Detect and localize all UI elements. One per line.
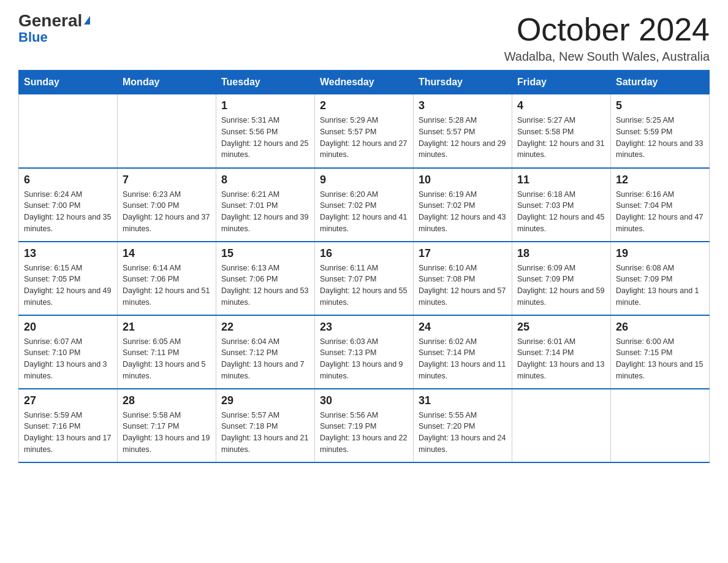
day-info: Sunrise: 6:18 AMSunset: 7:03 PMDaylight:… bbox=[517, 189, 605, 235]
calendar-cell: 19Sunrise: 6:08 AMSunset: 7:09 PMDayligh… bbox=[611, 242, 710, 315]
calendar-cell: 2Sunrise: 5:29 AMSunset: 5:57 PMDaylight… bbox=[315, 94, 414, 168]
day-info: Sunrise: 6:16 AMSunset: 7:04 PMDaylight:… bbox=[616, 189, 704, 235]
calendar-cell: 31Sunrise: 5:55 AMSunset: 7:20 PMDayligh… bbox=[414, 389, 512, 462]
day-info: Sunrise: 6:10 AMSunset: 7:08 PMDaylight:… bbox=[419, 262, 507, 308]
header-saturday: Saturday bbox=[611, 71, 710, 94]
calendar-cell: 5Sunrise: 5:25 AMSunset: 5:59 PMDaylight… bbox=[611, 94, 710, 168]
calendar-cell: 13Sunrise: 6:15 AMSunset: 7:05 PMDayligh… bbox=[19, 242, 118, 315]
calendar-cell: 28Sunrise: 5:58 AMSunset: 7:17 PMDayligh… bbox=[118, 389, 216, 462]
day-number: 28 bbox=[123, 394, 211, 407]
header-monday: Monday bbox=[118, 71, 216, 94]
day-number: 1 bbox=[221, 99, 309, 112]
day-info: Sunrise: 5:58 AMSunset: 7:17 PMDaylight:… bbox=[123, 410, 211, 456]
day-info: Sunrise: 6:07 AMSunset: 7:10 PMDaylight:… bbox=[24, 336, 112, 382]
day-number: 6 bbox=[24, 174, 112, 186]
location: Wadalba, New South Wales, Australia bbox=[504, 50, 710, 64]
day-info: Sunrise: 5:29 AMSunset: 5:57 PMDaylight:… bbox=[320, 115, 408, 161]
calendar-week-row: 27Sunrise: 5:59 AMSunset: 7:16 PMDayligh… bbox=[19, 389, 710, 462]
calendar-table: SundayMondayTuesdayWednesdayThursdayFrid… bbox=[18, 70, 710, 463]
day-info: Sunrise: 5:28 AMSunset: 5:57 PMDaylight:… bbox=[419, 115, 507, 161]
day-number: 25 bbox=[517, 321, 605, 334]
day-number: 14 bbox=[123, 247, 211, 260]
day-info: Sunrise: 6:14 AMSunset: 7:06 PMDaylight:… bbox=[123, 262, 211, 308]
day-info: Sunrise: 6:05 AMSunset: 7:11 PMDaylight:… bbox=[123, 336, 211, 382]
day-number: 30 bbox=[320, 394, 408, 407]
day-info: Sunrise: 6:20 AMSunset: 7:02 PMDaylight:… bbox=[320, 189, 408, 235]
day-info: Sunrise: 5:57 AMSunset: 7:18 PMDaylight:… bbox=[221, 410, 309, 456]
calendar-cell: 7Sunrise: 6:23 AMSunset: 7:00 PMDaylight… bbox=[118, 168, 216, 242]
calendar-cell: 27Sunrise: 5:59 AMSunset: 7:16 PMDayligh… bbox=[19, 389, 118, 462]
calendar-cell bbox=[118, 94, 216, 168]
day-number: 24 bbox=[419, 321, 507, 334]
day-info: Sunrise: 5:27 AMSunset: 5:58 PMDaylight:… bbox=[517, 115, 605, 161]
calendar-cell: 10Sunrise: 6:19 AMSunset: 7:02 PMDayligh… bbox=[414, 168, 512, 242]
day-number: 21 bbox=[123, 321, 211, 334]
day-info: Sunrise: 6:08 AMSunset: 7:09 PMDaylight:… bbox=[616, 262, 704, 308]
calendar-cell: 8Sunrise: 6:21 AMSunset: 7:01 PMDaylight… bbox=[216, 168, 315, 242]
calendar-cell bbox=[611, 389, 710, 462]
calendar-cell: 12Sunrise: 6:16 AMSunset: 7:04 PMDayligh… bbox=[611, 168, 710, 242]
logo-blue: Blue bbox=[18, 31, 48, 44]
calendar-cell: 9Sunrise: 6:20 AMSunset: 7:02 PMDaylight… bbox=[315, 168, 414, 242]
calendar-cell: 26Sunrise: 6:00 AMSunset: 7:15 PMDayligh… bbox=[611, 315, 710, 389]
calendar-cell: 24Sunrise: 6:02 AMSunset: 7:14 PMDayligh… bbox=[414, 315, 512, 389]
day-info: Sunrise: 5:56 AMSunset: 7:19 PMDaylight:… bbox=[320, 410, 408, 456]
day-info: Sunrise: 5:31 AMSunset: 5:56 PMDaylight:… bbox=[221, 115, 309, 161]
header-friday: Friday bbox=[512, 71, 611, 94]
day-number: 11 bbox=[517, 174, 605, 186]
day-info: Sunrise: 6:02 AMSunset: 7:14 PMDaylight:… bbox=[419, 336, 507, 382]
calendar-cell: 18Sunrise: 6:09 AMSunset: 7:09 PMDayligh… bbox=[512, 242, 611, 315]
day-info: Sunrise: 6:13 AMSunset: 7:06 PMDaylight:… bbox=[221, 262, 309, 308]
day-number: 4 bbox=[517, 99, 605, 112]
day-info: Sunrise: 6:01 AMSunset: 7:14 PMDaylight:… bbox=[517, 336, 605, 382]
calendar-cell bbox=[19, 94, 118, 168]
header-wednesday: Wednesday bbox=[315, 71, 414, 94]
day-info: Sunrise: 6:21 AMSunset: 7:01 PMDaylight:… bbox=[221, 189, 309, 235]
calendar-week-row: 1Sunrise: 5:31 AMSunset: 5:56 PMDaylight… bbox=[19, 94, 710, 168]
header-sunday: Sunday bbox=[19, 71, 118, 94]
day-number: 20 bbox=[24, 321, 112, 334]
calendar-cell bbox=[512, 389, 611, 462]
day-info: Sunrise: 6:04 AMSunset: 7:12 PMDaylight:… bbox=[221, 336, 309, 382]
calendar-cell: 3Sunrise: 5:28 AMSunset: 5:57 PMDaylight… bbox=[414, 94, 512, 168]
day-number: 31 bbox=[419, 394, 507, 407]
header-thursday: Thursday bbox=[414, 71, 512, 94]
calendar-week-row: 6Sunrise: 6:24 AMSunset: 7:00 PMDaylight… bbox=[19, 168, 710, 242]
day-info: Sunrise: 6:19 AMSunset: 7:02 PMDaylight:… bbox=[419, 189, 507, 235]
day-number: 10 bbox=[419, 174, 507, 186]
day-number: 5 bbox=[616, 99, 704, 112]
day-info: Sunrise: 5:25 AMSunset: 5:59 PMDaylight:… bbox=[616, 115, 704, 161]
calendar-cell: 6Sunrise: 6:24 AMSunset: 7:00 PMDaylight… bbox=[19, 168, 118, 242]
day-info: Sunrise: 5:55 AMSunset: 7:20 PMDaylight:… bbox=[419, 410, 507, 456]
calendar-cell: 30Sunrise: 5:56 AMSunset: 7:19 PMDayligh… bbox=[315, 389, 414, 462]
calendar-week-row: 20Sunrise: 6:07 AMSunset: 7:10 PMDayligh… bbox=[19, 315, 710, 389]
calendar-week-row: 13Sunrise: 6:15 AMSunset: 7:05 PMDayligh… bbox=[19, 242, 710, 315]
calendar-cell: 29Sunrise: 5:57 AMSunset: 7:18 PMDayligh… bbox=[216, 389, 315, 462]
day-number: 3 bbox=[419, 99, 507, 112]
day-info: Sunrise: 6:09 AMSunset: 7:09 PMDaylight:… bbox=[517, 262, 605, 308]
calendar-cell: 21Sunrise: 6:05 AMSunset: 7:11 PMDayligh… bbox=[118, 315, 216, 389]
calendar-cell: 23Sunrise: 6:03 AMSunset: 7:13 PMDayligh… bbox=[315, 315, 414, 389]
day-number: 13 bbox=[24, 247, 112, 260]
day-number: 15 bbox=[221, 247, 309, 260]
day-number: 9 bbox=[320, 174, 408, 186]
calendar-cell: 11Sunrise: 6:18 AMSunset: 7:03 PMDayligh… bbox=[512, 168, 611, 242]
day-info: Sunrise: 6:24 AMSunset: 7:00 PMDaylight:… bbox=[24, 189, 112, 235]
title-block: October 2024 Wadalba, New South Wales, A… bbox=[504, 12, 710, 64]
day-number: 16 bbox=[320, 247, 408, 260]
day-number: 19 bbox=[616, 247, 704, 260]
calendar-header-row: SundayMondayTuesdayWednesdayThursdayFrid… bbox=[19, 71, 710, 94]
day-info: Sunrise: 6:00 AMSunset: 7:15 PMDaylight:… bbox=[616, 336, 704, 382]
header-tuesday: Tuesday bbox=[216, 71, 315, 94]
logo-general: General bbox=[18, 12, 82, 29]
day-number: 2 bbox=[320, 99, 408, 112]
day-info: Sunrise: 6:03 AMSunset: 7:13 PMDaylight:… bbox=[320, 336, 408, 382]
calendar-cell: 4Sunrise: 5:27 AMSunset: 5:58 PMDaylight… bbox=[512, 94, 611, 168]
calendar-cell: 25Sunrise: 6:01 AMSunset: 7:14 PMDayligh… bbox=[512, 315, 611, 389]
day-info: Sunrise: 6:15 AMSunset: 7:05 PMDaylight:… bbox=[24, 262, 112, 308]
day-number: 17 bbox=[419, 247, 507, 260]
logo: General Blue bbox=[18, 12, 90, 44]
day-number: 23 bbox=[320, 321, 408, 334]
calendar-cell: 16Sunrise: 6:11 AMSunset: 7:07 PMDayligh… bbox=[315, 242, 414, 315]
calendar-cell: 1Sunrise: 5:31 AMSunset: 5:56 PMDaylight… bbox=[216, 94, 315, 168]
